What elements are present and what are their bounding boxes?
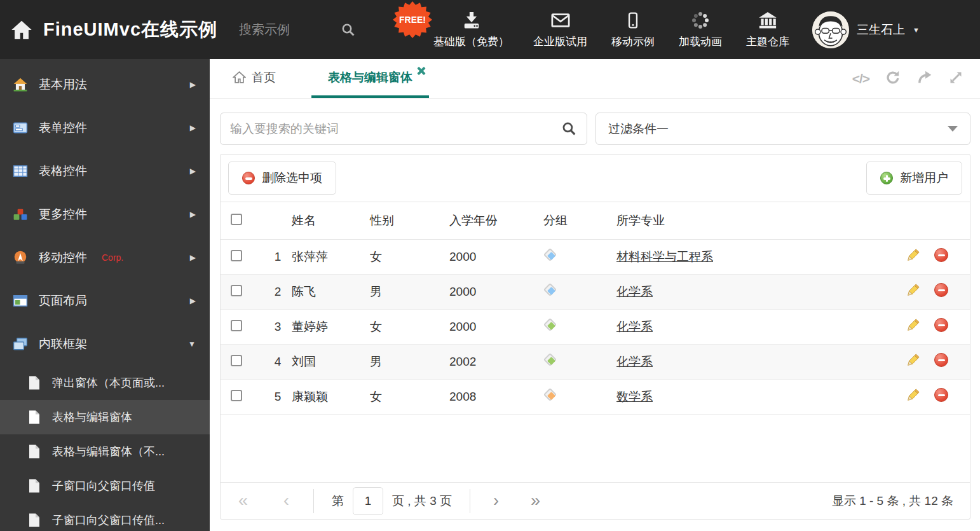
expand-icon[interactable]	[948, 70, 963, 88]
row-checkbox[interactable]	[231, 320, 242, 331]
sidebar-subitem-grid-edit-window-2[interactable]: 表格与编辑窗体（不...	[0, 434, 210, 469]
major-link[interactable]: 数学系	[616, 390, 653, 403]
edit-icon[interactable]	[905, 388, 920, 406]
edit-icon[interactable]	[905, 318, 920, 336]
nav-item-enterprise-trial[interactable]: 企业版试用	[533, 11, 587, 49]
nav-item-basic-free[interactable]: 基础版（免费）	[433, 11, 509, 49]
major-link[interactable]: 材料科学与工程系	[616, 250, 713, 263]
user-menu[interactable]: 三生石上 ▼	[812, 11, 920, 48]
edit-icon[interactable]	[905, 283, 920, 301]
bank-icon	[758, 11, 777, 30]
sidebar-item-grid-controls[interactable]: 表格控件 ▶	[0, 149, 210, 193]
app-root: FineUIMvc在线示例 FREE! 基础版（免费） 企业版试用 移动示例 加…	[0, 0, 980, 531]
filter-dropdown[interactable]: 过滤条件一	[595, 113, 970, 145]
chevron-right-icon: ▶	[190, 210, 196, 219]
sidebar-item-page-layout[interactable]: 页面布局 ▶	[0, 279, 210, 322]
share-icon[interactable]	[916, 69, 933, 88]
frames-icon	[13, 336, 28, 352]
table-row: 1 张萍萍 女 2000 材料科学与工程系	[221, 240, 970, 275]
nav-item-loading-animation[interactable]: 加载动画	[679, 11, 722, 49]
delete-icon[interactable]	[934, 353, 948, 367]
table-header-row: 姓名 性别 入学年份 分组 所学专业	[221, 202, 970, 240]
delete-selected-button[interactable]: 删除选中项	[228, 162, 336, 195]
divider	[313, 489, 314, 513]
first-page-button[interactable]: «	[238, 492, 248, 509]
table-row: 2 陈飞 男 2000 化学系	[221, 275, 970, 310]
sidebar-item-iframe[interactable]: 内联框架 ▼	[0, 322, 210, 366]
cell-year: 2000	[449, 320, 543, 334]
row-checkbox[interactable]	[231, 390, 242, 401]
tab-grid-edit-window[interactable]: 表格与编辑窗体	[311, 59, 429, 98]
chevron-right-icon: ▶	[190, 123, 196, 132]
sidebar-subitem-popup-window[interactable]: 弹出窗体（本页面或...	[0, 366, 210, 400]
cell-year: 2008	[449, 390, 543, 404]
sidebar-subitem-child-to-parent[interactable]: 子窗口向父窗口传值	[0, 469, 210, 503]
sidebar-item-mobile-controls[interactable]: 移动控件 Corp. ▶	[0, 236, 210, 279]
file-icon	[28, 513, 41, 527]
select-all-checkbox[interactable]	[231, 214, 242, 225]
chevron-down-icon	[948, 126, 958, 132]
last-page-button[interactable]: »	[531, 492, 540, 509]
delete-icon[interactable]	[934, 318, 948, 332]
chevron-right-icon: ▶	[190, 80, 196, 89]
row-number: 5	[264, 390, 292, 404]
file-icon	[28, 479, 41, 493]
sidebar-item-basic-usage[interactable]: 基本用法 ▶	[0, 63, 210, 106]
sidebar-subitem-child-to-parent-2[interactable]: 子窗口向父窗口传值...	[0, 503, 210, 531]
row-checkbox[interactable]	[231, 250, 242, 261]
home-logo-icon[interactable]	[10, 18, 33, 41]
header-search-input[interactable]	[239, 22, 334, 37]
divider	[470, 489, 470, 513]
nav-item-theme-repo[interactable]: 主题仓库	[746, 11, 789, 49]
delete-icon[interactable]	[934, 388, 948, 402]
major-link[interactable]: 化学系	[616, 355, 653, 368]
cell-name: 康颖颖	[292, 389, 370, 405]
page-number-input[interactable]	[353, 487, 383, 515]
free-badge: FREE!	[393, 1, 432, 38]
tab-label: 首页	[252, 69, 276, 86]
edit-icon[interactable]	[905, 353, 920, 371]
nav-label: 加载动画	[679, 34, 722, 49]
next-page-button[interactable]: ›	[493, 492, 499, 509]
sidebar-item-more-controls[interactable]: 更多控件 ▶	[0, 193, 210, 236]
button-label: 删除选中项	[262, 170, 322, 186]
refresh-icon[interactable]	[885, 69, 901, 88]
sidebar-subitem-label: 子窗口向父窗口传值...	[52, 513, 165, 528]
sidebar-item-label: 基本用法	[39, 76, 87, 93]
row-checkbox[interactable]	[231, 285, 242, 296]
cell-name: 刘国	[292, 354, 370, 370]
delete-icon[interactable]	[934, 248, 948, 262]
nav-label: 主题仓库	[746, 34, 789, 49]
sidebar-item-label: 页面布局	[39, 293, 87, 309]
chevron-down-icon: ▼	[188, 340, 196, 348]
close-icon[interactable]	[417, 67, 425, 75]
filter-row: 过滤条件一	[210, 99, 980, 145]
row-checkbox[interactable]	[231, 355, 242, 366]
delete-icon[interactable]	[934, 283, 948, 297]
code-icon[interactable]: </>	[852, 71, 869, 86]
tab-label: 表格与编辑窗体	[328, 69, 412, 86]
edit-icon[interactable]	[905, 248, 920, 266]
sidebar-subitem-grid-edit-window[interactable]: 表格与编辑窗体	[0, 400, 210, 434]
sidebar-item-form-controls[interactable]: 表单控件 ▶	[0, 106, 210, 149]
user-name: 三生石上	[857, 22, 905, 38]
major-link[interactable]: 化学系	[616, 320, 653, 333]
table-icon	[13, 163, 28, 179]
major-link[interactable]: 化学系	[616, 285, 653, 298]
row-number: 3	[264, 320, 292, 334]
nav-label: 移动示例	[611, 34, 655, 49]
sidebar-item-label: 移动控件	[39, 249, 87, 266]
search-icon[interactable]	[561, 121, 577, 137]
grid-panel: 删除选中项 新增用户 姓名 性别 入学年份 分组 所学专业 1	[220, 154, 970, 520]
add-user-button[interactable]: 新增用户	[866, 162, 962, 195]
prev-page-button[interactable]: ‹	[283, 492, 289, 509]
nav-item-mobile-demo[interactable]: 移动示例	[611, 11, 655, 49]
page-suffix: 页 , 共 3 页	[392, 493, 452, 509]
file-icon	[28, 376, 41, 390]
tab-home[interactable]: 首页	[229, 59, 280, 98]
tag-icon	[543, 353, 559, 368]
tag-icon	[543, 248, 559, 263]
search-icon[interactable]	[341, 22, 356, 38]
cell-gender: 女	[370, 249, 449, 265]
keyword-search-input[interactable]	[230, 122, 561, 136]
